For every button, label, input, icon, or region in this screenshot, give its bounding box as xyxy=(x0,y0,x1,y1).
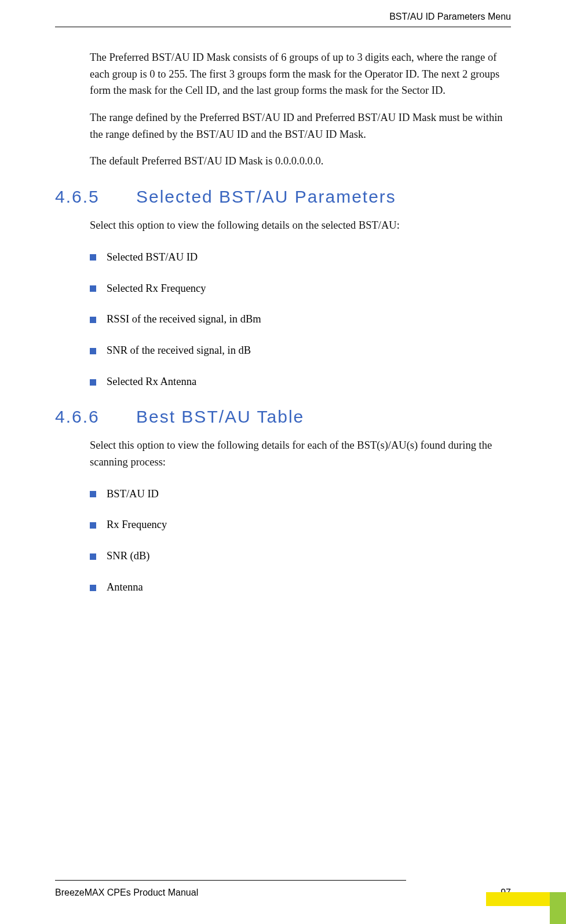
bullet-icon xyxy=(90,553,96,560)
intro-paragraph-1: The Preferred BST/AU ID Mask consists of… xyxy=(90,49,511,99)
bullet-icon xyxy=(90,348,96,354)
bullet-icon xyxy=(90,254,96,261)
bullet-icon xyxy=(90,317,96,323)
corner-decoration xyxy=(462,892,566,924)
bullet-text: Antenna xyxy=(107,580,143,595)
bullet-text: Selected Rx Antenna xyxy=(107,375,196,390)
bullet-text: Selected BST/AU ID xyxy=(107,250,198,265)
list-item: Selected Rx Frequency xyxy=(90,281,511,296)
section-heading-465: 4.6.5 Selected BST/AU Parameters xyxy=(55,187,511,207)
footer-rule xyxy=(55,880,406,881)
list-item: RSSI of the received signal, in dBm xyxy=(90,312,511,327)
section-title: Selected BST/AU Parameters xyxy=(136,187,396,207)
section-465-intro: Select this option to view the following… xyxy=(90,217,511,234)
bullet-icon xyxy=(90,491,96,497)
bullet-icon xyxy=(90,585,96,591)
list-item: BST/AU ID xyxy=(90,487,511,502)
bullet-icon xyxy=(90,379,96,386)
bullet-text: RSSI of the received signal, in dBm xyxy=(107,312,261,327)
page-header: BST/AU ID Parameters Menu xyxy=(55,0,511,27)
header-title: BST/AU ID Parameters Menu xyxy=(389,12,511,21)
page-footer: BreezeMAX CPEs Product Manual 97 xyxy=(55,880,511,898)
green-strip-icon xyxy=(550,892,566,924)
footer-row: BreezeMAX CPEs Product Manual 97 xyxy=(55,888,511,898)
bullet-text: SNR of the received signal, in dB xyxy=(107,343,251,358)
bullet-icon xyxy=(90,522,96,529)
intro-paragraph-2: The range defined by the Preferred BST/A… xyxy=(90,109,511,142)
section-number: 4.6.5 xyxy=(55,187,136,207)
bullet-text: Selected Rx Frequency xyxy=(107,281,206,296)
bullet-text: BST/AU ID xyxy=(107,487,159,502)
list-item: Selected Rx Antenna xyxy=(90,375,511,390)
section-466-intro: Select this option to view the following… xyxy=(90,437,511,470)
section-heading-466: 4.6.6 Best BST/AU Table xyxy=(55,407,511,427)
footer-manual-name: BreezeMAX CPEs Product Manual xyxy=(55,888,198,898)
list-item: Rx Frequency xyxy=(90,518,511,533)
bullet-text: SNR (dB) xyxy=(107,549,150,564)
page-container: BST/AU ID Parameters Menu The Preferred … xyxy=(0,0,566,924)
section-title: Best BST/AU Table xyxy=(136,407,304,427)
intro-paragraph-3: The default Preferred BST/AU ID Mask is … xyxy=(90,153,511,170)
list-item: SNR of the received signal, in dB xyxy=(90,343,511,358)
list-item: SNR (dB) xyxy=(90,549,511,564)
bullet-icon xyxy=(90,285,96,292)
page-content: The Preferred BST/AU ID Mask consists of… xyxy=(55,49,511,595)
bullet-text: Rx Frequency xyxy=(107,518,167,533)
list-item: Selected BST/AU ID xyxy=(90,250,511,265)
list-item: Antenna xyxy=(90,580,511,595)
section-number: 4.6.6 xyxy=(55,407,136,427)
